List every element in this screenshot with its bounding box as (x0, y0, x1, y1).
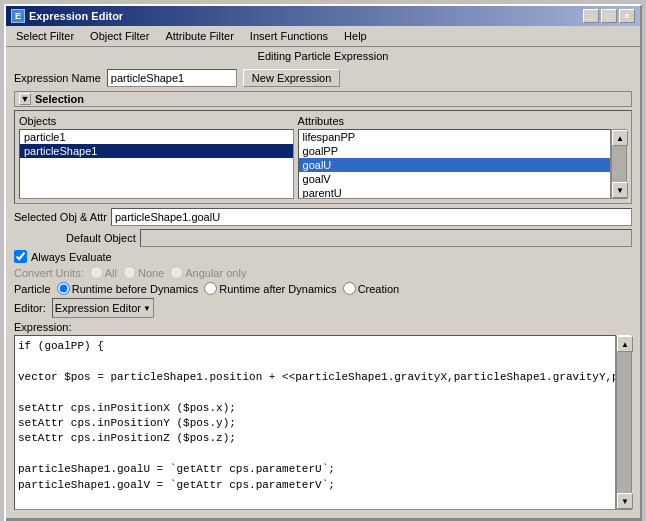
menu-select-filter[interactable]: Select Filter (10, 28, 80, 44)
scroll-down-button[interactable]: ▼ (612, 182, 628, 198)
radio-none: None (123, 266, 164, 279)
radio-angular-input[interactable] (170, 266, 183, 279)
two-col-layout: Objects particle1 particleShape1 Attribu… (19, 115, 627, 199)
radio-runtime-before: Runtime before Dynamics (57, 282, 199, 295)
radio-creation: Creation (343, 282, 400, 295)
menu-attribute-filter[interactable]: Attribute Filter (159, 28, 239, 44)
app-icon: E (11, 9, 25, 23)
radio-all: All (90, 266, 117, 279)
expr-scroll-up-button[interactable]: ▲ (617, 336, 633, 352)
attributes-list[interactable]: lifespanPP goalPP goalU goalV parentU pa… (298, 129, 611, 199)
menu-bar: Select Filter Object Filter Attribute Fi… (6, 26, 640, 47)
attributes-label: Attributes (298, 115, 627, 127)
default-obj-label: Default Object (14, 232, 136, 244)
menu-help[interactable]: Help (338, 28, 373, 44)
list-item[interactable]: parentU (299, 186, 610, 199)
expression-name-row: Expression Name New Expression (14, 69, 632, 87)
always-evaluate-label: Always Evaluate (31, 251, 112, 263)
expression-textarea[interactable]: if (goalPP) { vector $pos = particleShap… (14, 335, 616, 510)
new-expression-button[interactable]: New Expression (243, 69, 340, 87)
attributes-list-container: lifespanPP goalPP goalU goalV parentU pa… (298, 129, 627, 199)
always-evaluate-checkbox[interactable] (14, 250, 27, 263)
maximize-button[interactable]: □ (601, 9, 617, 23)
radio-runtime-before-input[interactable] (57, 282, 70, 295)
scroll-track (612, 146, 626, 182)
expression-name-input[interactable] (107, 69, 237, 87)
radio-creation-input[interactable] (343, 282, 356, 295)
selection-header: ▼ Selection (14, 91, 632, 107)
expression-scrollbar: ▲ ▼ (616, 335, 632, 510)
selection-panel: Objects particle1 particleShape1 Attribu… (14, 110, 632, 204)
objects-label: Objects (19, 115, 294, 127)
editor-dropdown[interactable]: Expression Editor ▼ (52, 298, 154, 318)
radio-none-label: None (138, 267, 164, 279)
default-obj-input[interactable] (140, 229, 632, 247)
editor-value: Expression Editor (55, 302, 141, 314)
radio-none-input[interactable] (123, 266, 136, 279)
title-controls: _ □ × (583, 9, 635, 23)
default-obj-row: Default Object (14, 229, 632, 247)
radio-angular-label: Angular only (185, 267, 246, 279)
radio-runtime-after: Runtime after Dynamics (204, 282, 336, 295)
menu-object-filter[interactable]: Object Filter (84, 28, 155, 44)
title-bar: E Expression Editor _ □ × (6, 6, 640, 26)
dropdown-arrow-icon: ▼ (143, 304, 151, 313)
selected-obj-label: Selected Obj & Attr (14, 211, 107, 223)
main-window: E Expression Editor _ □ × Select Filter … (4, 4, 642, 521)
objects-column: Objects particle1 particleShape1 (19, 115, 294, 199)
radio-runtime-after-label: Runtime after Dynamics (219, 283, 336, 295)
radio-creation-label: Creation (358, 283, 400, 295)
expression-container: if (goalPP) { vector $pos = particleShap… (14, 335, 632, 510)
editor-row: Editor: Expression Editor ▼ (14, 298, 632, 318)
particle-label: Particle (14, 283, 51, 295)
objects-list[interactable]: particle1 particleShape1 (19, 129, 294, 199)
convert-units-label: Convert Units: (14, 267, 84, 279)
particle-row: Particle Runtime before Dynamics Runtime… (14, 282, 632, 295)
list-item[interactable]: lifespanPP (299, 130, 610, 144)
radio-runtime-after-input[interactable] (204, 282, 217, 295)
radio-all-label: All (105, 267, 117, 279)
attr-scrollbar: ▲ ▼ (611, 129, 627, 199)
selected-obj-row: Selected Obj & Attr (14, 208, 632, 226)
close-button[interactable]: × (619, 9, 635, 23)
radio-angular: Angular only (170, 266, 246, 279)
radio-runtime-before-label: Runtime before Dynamics (72, 283, 199, 295)
objects-list-container: particle1 particleShape1 (19, 129, 294, 199)
list-item[interactable]: goalPP (299, 144, 610, 158)
selected-obj-input[interactable] (111, 208, 632, 226)
minimize-button[interactable]: _ (583, 9, 599, 23)
attributes-column: Attributes lifespanPP goalPP goalU goalV… (298, 115, 627, 199)
content-area: Expression Name New Expression ▼ Selecti… (6, 65, 640, 518)
list-item[interactable]: goalU (299, 158, 610, 172)
expression-name-label: Expression Name (14, 72, 101, 84)
scroll-up-button[interactable]: ▲ (612, 130, 628, 146)
list-item[interactable]: goalV (299, 172, 610, 186)
list-item[interactable]: particle1 (20, 130, 293, 144)
list-item[interactable]: particleShape1 (20, 144, 293, 158)
menu-insert-functions[interactable]: Insert Functions (244, 28, 334, 44)
expression-label: Expression: (14, 321, 632, 333)
convert-units-row: Convert Units: All None Angular only (14, 266, 632, 279)
title-bar-left: E Expression Editor (11, 9, 123, 23)
subtitle: Editing Particle Expression (6, 47, 640, 65)
expr-scroll-track (617, 352, 631, 493)
editor-label: Editor: (14, 302, 46, 314)
selection-title: Selection (35, 93, 84, 105)
collapse-button[interactable]: ▼ (19, 93, 31, 105)
expr-scroll-down-button[interactable]: ▼ (617, 493, 633, 509)
window-title: Expression Editor (29, 10, 123, 22)
always-evaluate-row: Always Evaluate (14, 250, 632, 263)
radio-all-input[interactable] (90, 266, 103, 279)
